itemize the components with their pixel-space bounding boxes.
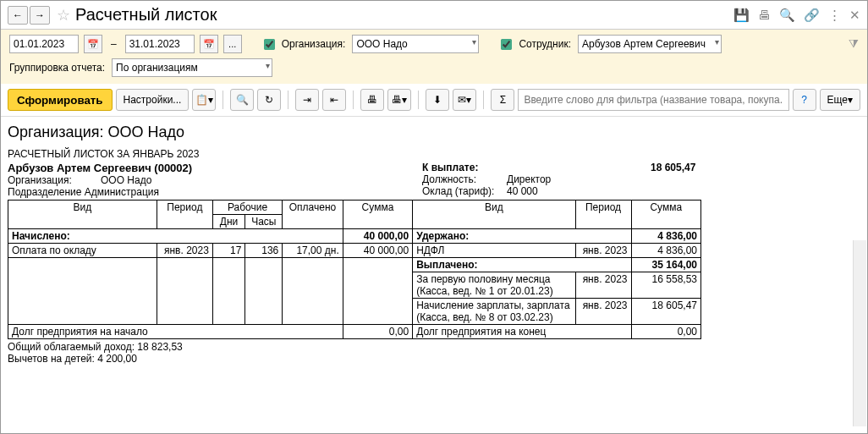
- payout-value: 18 605,47: [651, 162, 695, 173]
- debt-start-value: 0,00: [343, 325, 412, 339]
- th-sum2: Сумма: [631, 201, 701, 229]
- chevron-down-icon: ▾: [472, 37, 476, 47]
- funnel-filter-icon[interactable]: ⧩: [849, 36, 859, 51]
- paid-label: Выплачено:: [413, 258, 631, 272]
- payslip-table: Вид Период Рабочие Оплачено Сумма Вид Пе…: [8, 200, 701, 339]
- report-area: Организация: ООО Надо РАСЧЕТНЫЙ ЛИСТОК З…: [1, 117, 867, 427]
- th-period: Период: [157, 201, 212, 229]
- date-from-picker-button[interactable]: 📅: [84, 35, 102, 53]
- th-paid: Оплачено: [283, 201, 343, 229]
- date-range-dash: –: [111, 38, 117, 50]
- text-filter-input[interactable]: [518, 89, 788, 111]
- th-vid2: Вид: [413, 201, 575, 229]
- close-icon[interactable]: ✕: [849, 8, 860, 23]
- th-days: Дни: [212, 215, 244, 229]
- withheld-total: 4 836,00: [631, 229, 701, 244]
- dept-line: Подразделение Администрация: [8, 186, 422, 198]
- position-value: Директор: [507, 173, 551, 185]
- nav-forward-button[interactable]: →: [30, 6, 50, 25]
- copy-settings-button[interactable]: 📋▾: [192, 89, 216, 111]
- save-report-button[interactable]: ⬇: [426, 89, 449, 111]
- child-deductions-line: Вычетов на детей: 4 200,00: [8, 353, 860, 365]
- grouping-label: Группировка отчета:: [9, 62, 105, 74]
- position-label: Должность:: [422, 173, 507, 185]
- grouping-combo[interactable]: По организациям ▾: [112, 58, 272, 77]
- taxable-income-line: Общий облагаемый доход: 18 823,53: [8, 341, 860, 353]
- org-line-value: ООО Надо: [101, 174, 151, 186]
- org-combo-value: ООО Надо: [356, 38, 407, 50]
- org-line-label: Организация:: [8, 174, 101, 186]
- preview-icon[interactable]: 🔍: [779, 8, 795, 23]
- table-row: Оплата по окладу янв. 2023 17 136 17,00 …: [8, 244, 701, 258]
- accrued-label: Начислено:: [8, 229, 343, 244]
- org-filter-checkbox[interactable]: [264, 39, 275, 50]
- help-button[interactable]: ?: [793, 89, 816, 111]
- salary-value: 40 000: [507, 185, 538, 197]
- settings-button[interactable]: Настройки...: [116, 89, 190, 111]
- debt-end-label: Долг предприятия на конец: [413, 325, 631, 339]
- chevron-down-icon: ▾: [715, 37, 719, 47]
- page-title: Расчетный листок: [75, 5, 733, 25]
- generate-button[interactable]: Сформировать: [8, 89, 113, 111]
- employee-combo[interactable]: Арбузов Артем Сергеевич ▾: [578, 35, 722, 53]
- payout-label: К выплате:: [422, 162, 651, 173]
- expand-button[interactable]: ⇥: [295, 89, 319, 111]
- sum-button[interactable]: Σ: [491, 89, 514, 111]
- org-label: Организация:: [282, 38, 346, 50]
- employee-filter-checkbox[interactable]: [501, 39, 512, 50]
- report-org-header: Организация: ООО Надо: [8, 124, 860, 141]
- salary-label: Оклад (тариф):: [422, 185, 507, 197]
- employee-combo-value: Арбузов Артем Сергеевич: [582, 38, 706, 50]
- find-button[interactable]: 🔍: [230, 89, 254, 111]
- print-button[interactable]: 🖶: [360, 89, 384, 111]
- org-combo[interactable]: ООО Надо ▾: [352, 35, 479, 53]
- th-period2: Период: [575, 201, 631, 229]
- date-range-more-button[interactable]: ...: [223, 35, 242, 53]
- th-work: Рабочие: [212, 201, 282, 215]
- link-icon[interactable]: 🔗: [804, 8, 820, 23]
- print-settings-button[interactable]: 🖶▾: [387, 89, 411, 111]
- print-icon[interactable]: 🖶: [758, 8, 771, 23]
- grouping-combo-value: По организациям: [116, 62, 198, 74]
- accrued-total: 40 000,00: [343, 229, 412, 244]
- date-from-input[interactable]: [9, 35, 79, 53]
- save-icon[interactable]: 💾: [733, 8, 750, 23]
- employee-label: Сотрудник:: [519, 38, 571, 50]
- th-vid: Вид: [8, 201, 157, 229]
- refresh-button[interactable]: ↻: [257, 89, 281, 111]
- more-button[interactable]: Еще ▾: [820, 89, 860, 111]
- favorite-star-icon[interactable]: ☆: [57, 6, 70, 25]
- kebab-menu-icon[interactable]: ⋮: [828, 8, 841, 23]
- report-period-title: РАСЧЕТНЫЙ ЛИСТОК ЗА ЯНВАРЬ 2023: [8, 148, 860, 160]
- date-to-input[interactable]: [125, 35, 195, 53]
- chevron-down-icon: ▾: [266, 61, 270, 70]
- withheld-label: Удержано:: [413, 229, 631, 244]
- th-sum: Сумма: [343, 201, 412, 229]
- collapse-button[interactable]: ⇤: [322, 89, 346, 111]
- debt-end-value: 0,00: [631, 325, 701, 339]
- th-hours: Часы: [245, 215, 283, 229]
- paid-total: 35 164,00: [631, 258, 701, 272]
- debt-start-label: Долг предприятия на начало: [8, 325, 343, 339]
- employee-name: Арбузов Артем Сергеевич (00002): [8, 162, 422, 174]
- date-to-picker-button[interactable]: 📅: [200, 35, 218, 53]
- table-row: Выплачено: 35 164,00: [8, 258, 701, 272]
- nav-back-button[interactable]: ←: [8, 6, 28, 25]
- vertical-scrollbar[interactable]: [853, 240, 866, 426]
- email-button[interactable]: ✉▾: [453, 89, 476, 111]
